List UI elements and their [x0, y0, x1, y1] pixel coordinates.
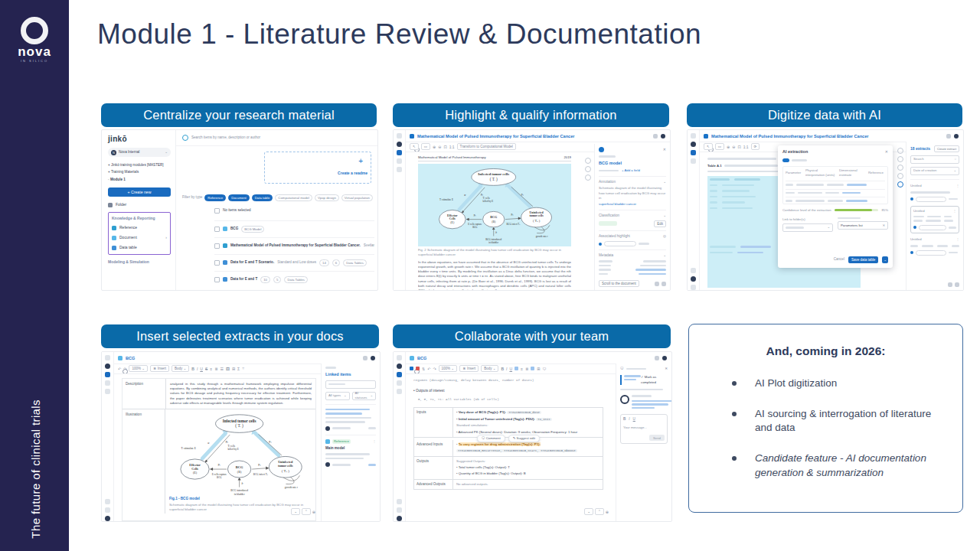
edit-button[interactable]: Edit — [654, 220, 666, 227]
layout-icon[interactable] — [946, 134, 951, 139]
chevron-down-icon[interactable]: ⌄ — [663, 214, 666, 218]
arrows-icon[interactable]: ⇅ — [422, 367, 425, 371]
outline-icon[interactable] — [691, 158, 696, 164]
extract-card[interactable]: Untitled⋮ — [910, 237, 959, 256]
bold-icon[interactable]: B — [501, 367, 504, 371]
layout-icon[interactable] — [655, 356, 659, 360]
highlighted-figure[interactable]: Infected tumor cells ( Tᵢ ) Effector Cel… — [418, 164, 571, 246]
zoom-in-icon[interactable]: ⊕ — [433, 145, 436, 149]
zoom-out-icon[interactable]: ⊖ — [732, 145, 735, 149]
create-extract-button[interactable]: Create extract — [934, 145, 959, 152]
comment-icon[interactable] — [897, 156, 903, 162]
highlight-color-icon[interactable] — [514, 367, 518, 370]
sort-select[interactable]: Date of creation ⌄ — [910, 167, 959, 175]
fit-icon[interactable]: ⊡ — [443, 145, 446, 149]
kebab-icon[interactable]: ⋮ — [956, 184, 959, 188]
sidebar-item-reference[interactable]: Reference — [112, 225, 167, 230]
pointer-tool[interactable]: ↖ — [704, 143, 713, 150]
transform-button[interactable]: Transform to Computational Model — [457, 143, 516, 150]
filter-document[interactable]: Document — [228, 194, 250, 201]
create-readme-box[interactable]: + Create a readme — [264, 152, 371, 184]
document-icon[interactable] — [397, 355, 402, 360]
folder-select[interactable]: ⌄ — [782, 223, 833, 232]
gear-icon[interactable] — [397, 142, 402, 147]
image-icon[interactable]: 🖼 — [226, 367, 230, 371]
search-bar[interactable]: Search items by name, description or aut… — [176, 130, 377, 146]
delete-icon[interactable] — [662, 282, 666, 286]
align-left-icon[interactable]: ≡ — [521, 367, 523, 371]
table-name-input[interactable]: Parameters list ✕ — [838, 221, 888, 230]
suggest-edit-pill-button[interactable]: ✎ Suggest edit — [508, 435, 540, 442]
undo-icon[interactable]: ↶ — [427, 367, 430, 371]
document-icon[interactable] — [397, 133, 402, 139]
account-icon[interactable] — [371, 356, 375, 360]
comment-icon[interactable] — [585, 166, 591, 172]
settings-icon[interactable] — [397, 516, 402, 521]
transform-button[interactable]: ⟳ — [751, 143, 760, 150]
zoom-select[interactable]: 100% ⌄ — [129, 365, 148, 372]
filter-vpop-design[interactable]: Vpop design — [315, 194, 339, 201]
create-new-button[interactable]: + Create new — [108, 187, 171, 197]
gear-icon[interactable] — [691, 142, 696, 147]
close-icon[interactable]: ✕ — [885, 149, 888, 155]
history-icon[interactable] — [897, 173, 903, 179]
zoom-out-icon[interactable]: ⊖ — [438, 145, 441, 149]
list-item[interactable]: Mathematical Model of Pulsed Immunothera… — [214, 237, 374, 253]
save-caret-button[interactable]: ⌄ — [882, 256, 888, 263]
link-icon[interactable] — [585, 174, 591, 181]
filter-virtual-population[interactable]: Virtual population — [341, 194, 373, 201]
extract-icon[interactable] — [397, 158, 402, 164]
clock-icon[interactable] — [585, 158, 591, 164]
add-field-button[interactable]: + Add a field — [622, 168, 640, 173]
print-icon[interactable] — [105, 499, 110, 504]
outline-icon[interactable] — [397, 167, 402, 172]
box-select-tool[interactable]: ▭ — [715, 143, 724, 150]
chevron-down-icon[interactable]: ⌄ — [663, 253, 666, 258]
account-icon[interactable] — [662, 356, 667, 360]
expand-icon[interactable]: ⌃ — [302, 508, 311, 515]
formula-icon[interactable]: Σ — [237, 367, 240, 371]
extract-tool-icon[interactable] — [691, 150, 696, 155]
copy-icon[interactable] — [655, 282, 659, 286]
fill-color-icon[interactable] — [531, 367, 534, 370]
toggle-switch[interactable] — [782, 158, 789, 162]
italic-icon[interactable]: I — [629, 417, 629, 422]
italic-icon[interactable]: I — [506, 367, 507, 371]
layout-icon[interactable] — [363, 356, 368, 360]
underline-icon[interactable]: U — [633, 417, 635, 422]
zoom-in-icon[interactable]: ⊕ — [727, 145, 730, 149]
annotation-link[interactable]: superficial bladder cancer — [599, 202, 666, 207]
underline-icon[interactable]: U — [200, 367, 203, 371]
align-center-icon[interactable]: ≣ — [525, 367, 528, 371]
gear-icon[interactable] — [105, 364, 110, 369]
settings-icon[interactable] — [691, 276, 696, 282]
row-checkbox[interactable] — [214, 227, 220, 232]
extract-search-input[interactable]: Search ○ — [910, 155, 959, 164]
cancel-button[interactable]: Cancel — [834, 257, 844, 262]
share-icon[interactable] — [397, 507, 402, 513]
target-icon[interactable]: ◎ — [663, 234, 666, 239]
insert-button[interactable]: 🗎 Insert — [150, 365, 169, 372]
extract-card[interactable]: Untitled⋮ — [910, 184, 959, 202]
row-checkbox[interactable] — [214, 260, 220, 266]
document-icon[interactable] — [691, 133, 696, 139]
redo-icon[interactable]: ↷ — [123, 367, 126, 371]
box-select-tool[interactable]: ▭ — [421, 143, 430, 150]
tree-item-module1[interactable]: ◦ Module 1 — [108, 178, 171, 182]
tree-item-master[interactable]: + Jinkō training modules [MASTER] — [108, 163, 171, 168]
italic-icon[interactable]: I — [197, 367, 198, 371]
share-icon[interactable] — [691, 285, 696, 290]
send-button[interactable]: Send — [649, 435, 665, 441]
document-icon[interactable] — [105, 355, 110, 360]
layout-icon[interactable] — [653, 134, 658, 139]
editor-icon[interactable] — [105, 372, 110, 377]
clock-icon[interactable] — [897, 148, 903, 154]
filter-reference[interactable]: Reference — [204, 194, 226, 201]
record-icon[interactable] — [416, 367, 420, 370]
comment-pill-button[interactable]: 🗨 Comment — [477, 435, 505, 442]
kebab-icon[interactable]: ⋮ — [373, 439, 376, 444]
collapse-icon[interactable]: ⌄ — [291, 508, 300, 515]
link-icon[interactable] — [897, 165, 903, 171]
linked-search-input[interactable] — [325, 380, 376, 389]
outline-icon[interactable] — [105, 389, 110, 394]
